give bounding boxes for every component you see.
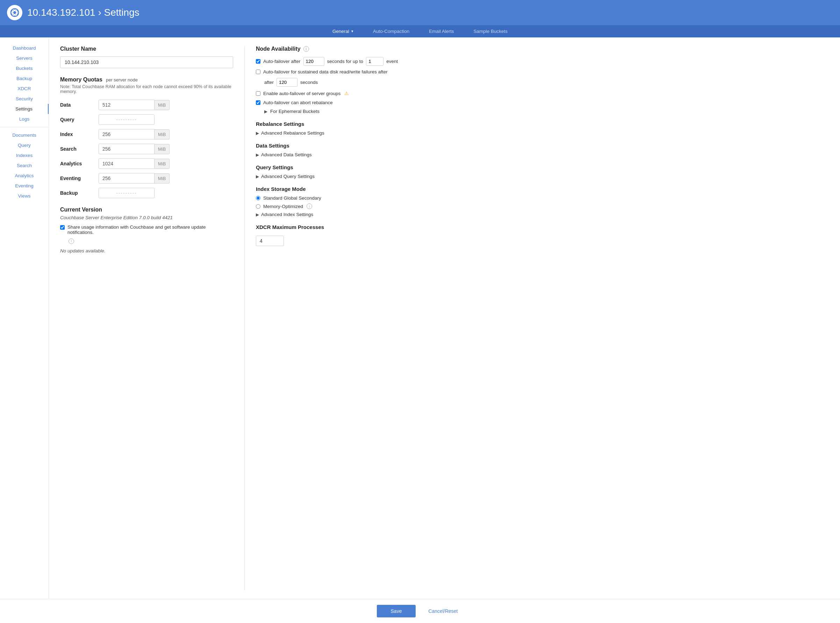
sidebar-item-logs[interactable]: Logs [0, 114, 49, 124]
sidebar-item-analytics[interactable]: Analytics [0, 170, 49, 181]
sidebar-item-servers[interactable]: Servers [0, 53, 49, 63]
abort-rebalance-label: Auto-failover can abort rebalance [263, 100, 333, 105]
disk-failover-seconds-input[interactable] [276, 78, 297, 87]
data-triangle-icon: ▶ [256, 152, 259, 157]
data-settings-section: Data Settings ▶ Advanced Data Settings [256, 143, 829, 157]
abort-rebalance-row: Auto-failover can abort rebalance [256, 100, 829, 105]
rebalance-settings-section: Rebalance Settings ▶ Advanced Rebalance … [256, 121, 829, 136]
memory-optimized-label: Memory-Optimized [263, 204, 303, 209]
warning-icon: ⚠ [343, 90, 349, 97]
right-panel: Node Availability i Auto-failover after … [245, 46, 840, 591]
standard-gsi-radio[interactable] [256, 196, 261, 200]
query-settings-section: Query Settings ▶ Advanced Query Settings [256, 164, 829, 179]
server-groups-row: Enable auto-failover of server groups ⚠ [256, 90, 829, 97]
autofailover-post-label: event [386, 59, 398, 64]
memory-row-eventing: Eventing MiB [60, 173, 233, 184]
rebalance-triangle-icon: ▶ [256, 131, 259, 136]
sidebar-item-dashboard[interactable]: Dashboard [0, 43, 49, 53]
autofailover-seconds-input[interactable] [304, 57, 324, 66]
memory-row-backup: Backup --------- [60, 188, 233, 198]
page-title: 10.143.192.101 › Settings [27, 7, 139, 18]
autofailover-mid-label: seconds for up to [327, 59, 363, 64]
triangle-icon: ▶ [264, 109, 267, 114]
advanced-rebalance-link[interactable]: ▶ Advanced Rebalance Settings [256, 130, 829, 136]
main-layout: Dashboard Servers Buckets Backup XDCR Se… [0, 37, 840, 599]
sidebar-item-views[interactable]: Views [0, 191, 49, 201]
share-usage-checkbox[interactable] [60, 225, 65, 230]
memory-row-analytics: Analytics MiB [60, 158, 233, 169]
memory-search-unit: MiB [155, 144, 170, 154]
current-version-heading: Current Version [60, 207, 233, 213]
memory-optimized-row: Memory-Optimized i [256, 204, 829, 209]
memory-backup-label: Backup [60, 190, 98, 196]
memory-quotas-header: Memory Quotas per server node [60, 77, 233, 83]
advanced-data-link[interactable]: ▶ Advanced Data Settings [256, 152, 829, 157]
share-info-icon[interactable]: i [69, 238, 74, 244]
rebalance-heading: Rebalance Settings [256, 121, 829, 127]
memory-backup-dashes: --------- [98, 188, 155, 198]
sidebar: Dashboard Servers Buckets Backup XDCR Se… [0, 37, 49, 599]
save-button[interactable]: Save [377, 605, 416, 617]
index-storage-heading: Index Storage Mode [256, 186, 829, 192]
memory-row-query: Query --------- [60, 114, 233, 125]
node-availability-section: Node Availability i Auto-failover after … [256, 46, 829, 114]
content-area: Cluster Name Memory Quotas per server no… [49, 37, 840, 599]
memory-analytics-input[interactable] [98, 158, 155, 169]
cancel-reset-button[interactable]: Cancel/Reset [423, 605, 463, 617]
sidebar-item-documents[interactable]: Documents [0, 130, 49, 140]
query-settings-heading: Query Settings [256, 164, 829, 170]
memory-index-unit: MiB [155, 129, 170, 140]
query-triangle-icon: ▶ [256, 174, 259, 179]
memory-eventing-input[interactable] [98, 173, 155, 184]
sidebar-item-eventing[interactable]: Eventing [0, 181, 49, 191]
node-availability-info-icon[interactable]: i [304, 46, 309, 52]
left-panel: Cluster Name Memory Quotas per server no… [49, 46, 245, 591]
ephemeral-label: For Ephemeral Buckets [270, 109, 319, 114]
index-storage-section: Index Storage Mode Standard Global Secon… [256, 186, 829, 217]
server-groups-checkbox[interactable] [256, 91, 261, 96]
sidebar-item-query[interactable]: Query [0, 140, 49, 150]
cluster-name-input[interactable] [60, 56, 233, 68]
sidebar-item-security[interactable]: Security [0, 94, 49, 104]
tab-sample-buckets[interactable]: Sample Buckets [464, 25, 518, 37]
xdcr-input[interactable] [256, 236, 284, 246]
memory-optimized-info-icon[interactable]: i [307, 204, 312, 209]
memory-analytics-label: Analytics [60, 161, 98, 166]
autofailover-events-input[interactable] [366, 57, 383, 66]
tab-email-alerts[interactable]: Email Alerts [419, 25, 463, 37]
app-header: 10.143.192.101 › Settings [0, 0, 840, 25]
ephemeral-buckets-row[interactable]: ▶ For Ephemeral Buckets [264, 109, 829, 114]
memory-quotas-label: Memory Quotas [60, 77, 103, 83]
server-groups-label: Enable auto-failover of server groups [263, 91, 340, 96]
abort-rebalance-checkbox[interactable] [256, 100, 261, 105]
advanced-index-link[interactable]: ▶ Advanced Index Settings [256, 212, 829, 217]
share-usage-label: Share usage information with Couchbase a… [67, 224, 233, 235]
sidebar-item-backup[interactable]: Backup [0, 74, 49, 84]
footer: Save Cancel/Reset [0, 599, 840, 623]
sidebar-item-settings[interactable]: Settings [0, 104, 49, 114]
memory-quotas-note: Note: Total Couchbase RAM allocation for… [60, 84, 233, 94]
data-settings-heading: Data Settings [256, 143, 829, 149]
memory-query-dashes: --------- [98, 114, 155, 125]
memory-eventing-unit: MiB [155, 173, 170, 184]
memory-search-input[interactable] [98, 144, 155, 154]
tab-auto-compaction[interactable]: Auto-Compaction [363, 25, 419, 37]
autofailover-row: Auto-failover after seconds for up to ev… [256, 57, 829, 66]
sidebar-item-indexes[interactable]: Indexes [0, 150, 49, 161]
memory-search-label: Search [60, 146, 98, 152]
sidebar-item-xdcr[interactable]: XDCR [0, 84, 49, 94]
autofailover-checkbox[interactable] [256, 59, 261, 64]
tab-general[interactable]: General ▾ [323, 25, 363, 37]
sidebar-section-docs: Documents Query Indexes Search Analytics… [0, 130, 49, 201]
memory-optimized-radio[interactable] [256, 204, 261, 209]
disk-failover-row: Auto-failover for sustained data disk re… [256, 69, 829, 74]
memory-data-unit: MiB [155, 100, 170, 110]
sidebar-item-buckets[interactable]: Buckets [0, 63, 49, 74]
sidebar-item-search[interactable]: Search [0, 161, 49, 170]
memory-index-input[interactable] [98, 129, 155, 140]
advanced-query-link[interactable]: ▶ Advanced Query Settings [256, 174, 829, 179]
memory-data-input[interactable] [98, 100, 155, 110]
disk-failover-checkbox[interactable] [256, 69, 261, 74]
memory-analytics-unit: MiB [155, 159, 170, 169]
disk-failover-unit: seconds [300, 80, 318, 85]
